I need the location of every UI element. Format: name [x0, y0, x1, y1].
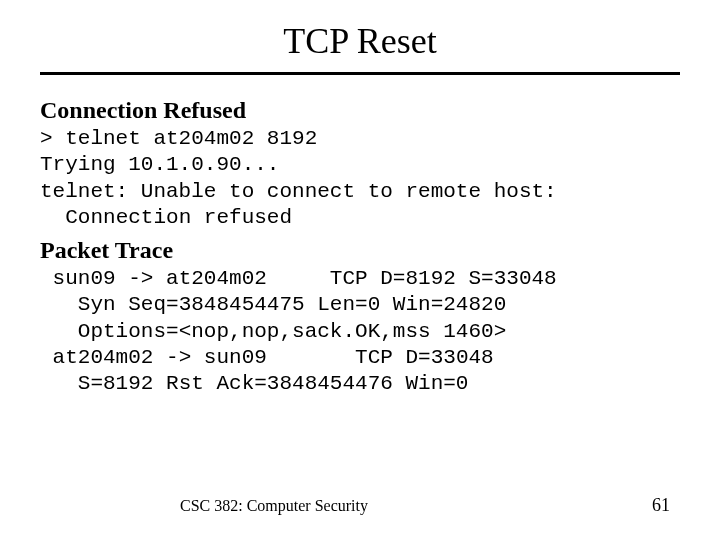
code-block-trace: sun09 -> at204m02 TCP D=8192 S=33048 Syn…: [40, 266, 680, 397]
footer-course: CSC 382: Computer Security: [180, 497, 368, 515]
title-rule: [40, 72, 680, 75]
code-block-telnet: > telnet at204m02 8192 Trying 10.1.0.90.…: [40, 126, 680, 231]
section-heading-connection-refused: Connection Refused: [40, 97, 680, 124]
slide-title: TCP Reset: [40, 20, 680, 62]
footer-page-number: 61: [652, 495, 670, 516]
slide-footer: CSC 382: Computer Security 61: [0, 495, 720, 516]
section-heading-packet-trace: Packet Trace: [40, 237, 680, 264]
